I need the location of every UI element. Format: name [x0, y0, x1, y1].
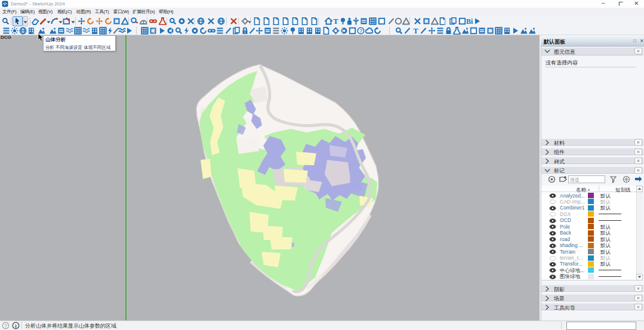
svg-text:Bi: Bi: [466, 17, 473, 25]
svg-text:?: ?: [359, 28, 362, 34]
svg-text:?: ?: [4, 323, 7, 329]
svg-text:T: T: [413, 27, 418, 35]
svg-text:T: T: [333, 17, 338, 25]
svg-text:i: i: [15, 323, 17, 329]
